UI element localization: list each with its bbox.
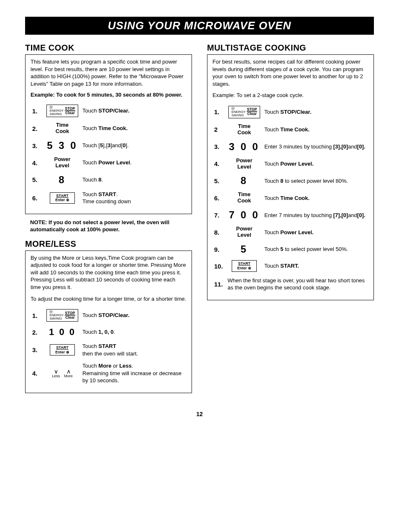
step-row: 6.TimeCookTouch Time Cook.: [212, 189, 368, 207]
step-row: 3.3 0 0Enter 3 minutes by touching [3],[…: [212, 138, 368, 155]
step-icon-cell: TimeCook: [44, 120, 81, 137]
step-number: 5.: [31, 171, 44, 188]
page-number: 12: [25, 411, 374, 417]
timecook-title: TIME COOK: [25, 43, 192, 53]
step-description: Touch STOP/Clear.: [81, 102, 187, 120]
stop-clear-button-icon: ⓔENERGYSAVINGSTOPClear: [46, 105, 78, 117]
step-row: 3.5 3 0Touch [5],[3]and[0].: [31, 137, 187, 154]
step-number: 10.: [212, 258, 226, 274]
timecook-intro: This feature lets you program a specific…: [31, 58, 187, 87]
step-row: 9.5Touch 5 to select power level 50%.: [212, 241, 368, 258]
step-icon-cell: PowerLevel: [44, 154, 81, 171]
step-description: Touch STOP/Clear.: [81, 307, 187, 324]
stop-clear-button-icon: ⓔENERGYSAVINGSTOPClear: [46, 309, 78, 322]
step-description: Touch [5],[3]and[0].: [81, 137, 187, 154]
step-icon-cell: ⓔENERGYSAVINGSTOPClear: [44, 307, 81, 324]
step-icon-cell: ∨Less∧More: [44, 360, 81, 387]
digits-700: 7 0 0: [229, 209, 259, 220]
banner-title: USING YOUR MICROWAVE OVEN: [25, 19, 374, 32]
multistage-intro: For best results, some recipes call for …: [212, 58, 368, 87]
step-icon-cell: ⓔENERGYSAVINGSTOPClear: [226, 103, 263, 121]
multistage-example: Example: To set a 2-stage cook cycle.: [212, 92, 368, 99]
step-icon-cell: STARTEnter ⊕: [44, 188, 81, 208]
step-number: 4.: [212, 155, 226, 173]
step-number: 3.: [212, 138, 226, 155]
step-icon-cell: 5: [226, 241, 263, 258]
step-icon-cell: ⓔENERGYSAVINGSTOPClear: [44, 102, 81, 120]
step-row: 2.1 0 0Touch 1, 0, 0.: [31, 324, 187, 340]
multistage-steps: 1.ⓔENERGYSAVINGSTOPClearTouch STOP/Clear…: [212, 103, 368, 274]
step-icon-cell: STARTEnter ⊕: [44, 340, 81, 360]
step-number: 2.: [31, 120, 44, 137]
step-number: 5.: [212, 172, 226, 189]
stop-clear-button-icon: ⓔENERGYSAVINGSTOPClear: [228, 106, 260, 118]
start-button-icon: STARTEnter ⊕: [232, 260, 257, 272]
moreless-intro: By using the More or Less keys,Time Cook…: [31, 254, 187, 291]
step-icon-cell: 7 0 0: [226, 207, 263, 223]
step-row: 5.8Touch 8 to select power level 80%.: [212, 172, 368, 189]
step-description: Touch Power Level.: [263, 223, 368, 241]
digits-530: 5 3 0: [47, 140, 77, 151]
step-row: 2.TimeCookTouch Time Cook.: [31, 120, 187, 137]
step-row: 5.8Touch 8.: [31, 171, 187, 188]
step-icon-cell: TimeCook: [226, 189, 263, 207]
step-number: 4.: [31, 154, 44, 171]
step-icon-cell: 5 3 0: [44, 137, 81, 154]
step-row: 1.ⓔENERGYSAVINGSTOPClearTouch STOP/Clear…: [31, 307, 187, 324]
right-column: MULTISTAGE COOKING For best results, som…: [207, 43, 374, 398]
step-number: 6.: [212, 189, 226, 207]
step-icon-cell: PowerLevel: [226, 155, 263, 173]
step-description: Touch STARTthen the oven will start.: [81, 340, 187, 360]
multistage-final: When the first stage is over, you will h…: [226, 274, 368, 294]
step-row: 6.STARTEnter ⊕Touch START.Time counting …: [31, 188, 187, 208]
step-description: Touch Power Level.: [263, 155, 368, 173]
step-number: 1.: [31, 307, 44, 324]
timecook-box: This feature lets you program a specific…: [25, 54, 192, 214]
step-description: Enter 3 minutes by touching [3],[0]and[0…: [263, 138, 368, 155]
step-icon-cell: PowerLevel: [226, 223, 263, 241]
step-row: 4.PowerLevelTouch Power Level.: [31, 154, 187, 171]
time-cook-label-icon: TimeCook: [238, 123, 251, 136]
step-row: 8.PowerLevelTouch Power Level.: [212, 223, 368, 241]
step-row: 3.STARTEnter ⊕Touch STARTthen the oven w…: [31, 340, 187, 360]
moreless-steps: 1.ⓔENERGYSAVINGSTOPClearTouch STOP/Clear…: [31, 307, 187, 387]
step-number: 2.: [31, 324, 44, 340]
start-button-icon: STARTEnter ⊕: [50, 344, 75, 356]
step-row: 4.∨Less∧MoreTouch More or Less.Remaining…: [31, 360, 187, 387]
power-level-label-icon: PowerLevel: [236, 225, 252, 238]
power-level-label-icon: PowerLevel: [236, 157, 252, 170]
moreless-box: By using the More or Less keys,Time Cook…: [25, 251, 192, 393]
multistage-title: MULTISTAGE COOKING: [207, 43, 374, 53]
power-level-label-icon: PowerLevel: [54, 156, 70, 169]
left-column: TIME COOK This feature lets you program …: [25, 43, 192, 398]
time-cook-label-icon: TimeCook: [238, 191, 251, 204]
step-number: 11.: [212, 274, 226, 294]
step-row: 1.ⓔENERGYSAVINGSTOPClearTouch STOP/Clear…: [31, 102, 187, 120]
timecook-note: NOTE: If you do not select a power level…: [30, 219, 187, 233]
step-icon-cell: 8: [226, 172, 263, 189]
step-description: Touch START.: [263, 258, 368, 274]
step-row: 10.STARTEnter ⊕Touch START.: [212, 258, 368, 274]
moreless-title: MORE/LESS: [25, 239, 192, 249]
step-number: 3.: [31, 340, 44, 360]
step-number: 9.: [212, 241, 226, 258]
step-icon-cell: STARTEnter ⊕: [226, 258, 263, 274]
content-columns: TIME COOK This feature lets you program …: [25, 43, 374, 398]
step-number: 6.: [31, 188, 44, 208]
step-icon-cell: 8: [44, 171, 81, 188]
step-row: 1.ⓔENERGYSAVINGSTOPClearTouch STOP/Clear…: [212, 103, 368, 121]
step-number: 1.: [212, 103, 226, 121]
step-description: Enter 7 minutes by touching [7],[0]and[0…: [263, 207, 368, 223]
step-description: Touch Time Cook.: [263, 189, 368, 207]
step-description: Touch 8.: [81, 171, 187, 188]
digit-5: 5: [240, 243, 248, 255]
digit-8: 8: [59, 174, 66, 185]
step-description: Touch More or Less.Remaining time will i…: [81, 360, 187, 387]
step-icon-cell: TimeCook: [226, 121, 263, 138]
step-number: 7.: [212, 207, 226, 223]
step-description: Touch STOP/Clear.: [263, 103, 368, 121]
moreless-sub: To adjust the cooking time for a longer …: [31, 295, 187, 303]
timecook-example: Example: To cook for 5 minutes, 30 secon…: [31, 92, 187, 98]
step-icon-cell: 1 0 0: [44, 324, 81, 340]
step-description: Touch 1, 0, 0.: [81, 324, 187, 340]
